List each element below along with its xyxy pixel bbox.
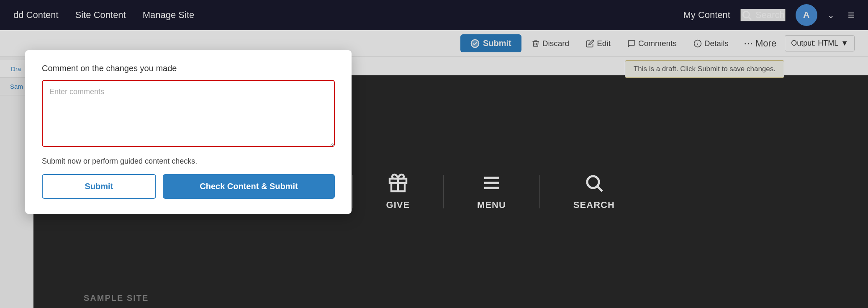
popup-hint: Submit now or perform guided content che…: [42, 157, 335, 166]
submit-popup: Comment on the changes you made Submit n…: [25, 50, 352, 214]
popup-buttons: Submit Check Content & Submit: [42, 174, 335, 199]
comments-textarea[interactable]: [42, 80, 335, 147]
popup-check-submit-button[interactable]: Check Content & Submit: [163, 174, 335, 199]
popup-submit-button[interactable]: Submit: [42, 174, 156, 199]
popup-comment-label: Comment on the changes you made: [42, 64, 335, 73]
